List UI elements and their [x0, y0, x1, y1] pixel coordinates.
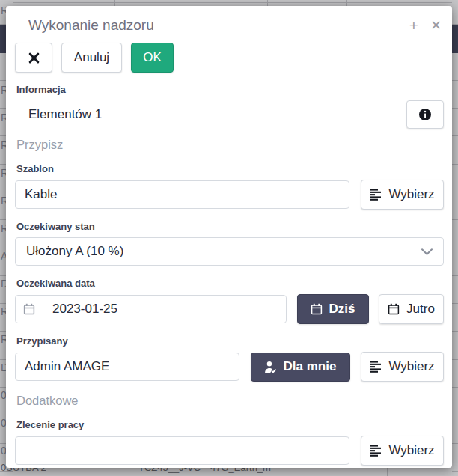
choose-assignee-button[interactable]: Wybierz [361, 352, 444, 382]
assignee-label: Przypisany [16, 334, 444, 348]
template-label: Szablon [16, 162, 444, 176]
background-right-strip [452, 0, 458, 476]
background-column-divider [346, 0, 347, 6]
today-button-label: Dziś [329, 302, 355, 317]
assignee-row: Dla mnie Wybierz [15, 352, 444, 382]
additional-section-header: Dodatkowe [16, 392, 444, 409]
choose-template-button[interactable]: Wybierz [361, 180, 444, 210]
expected-state-select[interactable]: Ułożony A (10 %) [15, 237, 444, 266]
user-check-icon [264, 361, 277, 373]
date-input[interactable] [43, 296, 286, 323]
background-column-divider [267, 0, 268, 6]
work-order-input[interactable] [15, 436, 349, 465]
expected-date-label: Oczekiwana data [16, 276, 444, 290]
tomorrow-button-label: Jutro [406, 302, 435, 317]
work-order-row: Wybierz [15, 436, 444, 466]
background-column-divider [387, 468, 388, 476]
background-table-header [0, 0, 458, 6]
element-count-text: Elementów 1 [28, 107, 102, 122]
dialog-title: Wykonanie nadzoru [28, 17, 409, 34]
expected-date-row: Dziś Jutro [15, 294, 444, 324]
today-button[interactable]: Dziś [297, 294, 369, 324]
dialog-titlebar: Wykonanie nadzoru + ✕ [15, 6, 444, 34]
background-selected-row [452, 25, 458, 53]
template-input[interactable] [15, 180, 349, 209]
tomorrow-button[interactable]: Jutro [379, 294, 444, 324]
template-row: Wybierz [15, 180, 444, 210]
dialog-toolbar: Anuluj OK [15, 43, 444, 73]
calendar-today-icon [311, 303, 323, 315]
choose-work-order-button[interactable]: Wybierz [361, 436, 444, 466]
assignee-input[interactable] [15, 353, 239, 381]
list-icon [370, 445, 382, 457]
date-input-group [15, 295, 287, 323]
close-x-icon [28, 52, 40, 64]
maximize-icon[interactable]: + [409, 18, 418, 33]
expected-state-value: Ułożony A (10 %) [26, 244, 123, 259]
background-header-line [0, 2, 458, 3]
choose-button-label: Wybierz [388, 443, 434, 458]
dialog-wykonanie-nadzoru: Wykonanie nadzoru + ✕ Anuluj OK Informac… [6, 6, 452, 468]
info-icon [418, 108, 432, 121]
info-section-label: Informacja [16, 82, 444, 97]
assign-section-header: Przypisz [16, 136, 444, 153]
info-row: Elementów 1 [15, 100, 444, 129]
close-button[interactable] [15, 43, 52, 73]
for-me-button-label: Dla mnie [284, 359, 337, 374]
ok-button[interactable]: OK [131, 43, 174, 73]
expected-state-label: Oczekiwany stan [16, 219, 444, 234]
background-column-divider [114, 0, 115, 6]
calendar-icon [16, 296, 43, 323]
list-icon [370, 361, 382, 373]
close-icon[interactable]: ✕ [430, 18, 442, 33]
work-order-label: Zlecenie pracy [16, 418, 444, 432]
choose-button-label: Wybierz [388, 359, 434, 374]
info-button[interactable] [406, 100, 444, 129]
for-me-button[interactable]: Dla mnie [251, 353, 350, 382]
list-icon [370, 189, 382, 201]
choose-button-label: Wybierz [388, 187, 434, 202]
chevron-down-icon [421, 248, 433, 255]
calendar-tomorrow-icon [388, 303, 400, 315]
cancel-button[interactable]: Anuluj [61, 43, 122, 73]
